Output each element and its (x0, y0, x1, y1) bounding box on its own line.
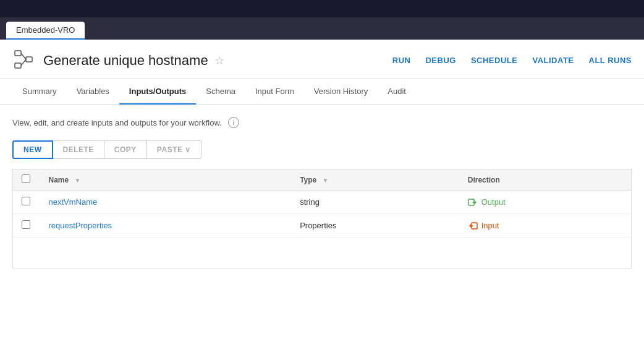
svg-rect-1 (15, 63, 21, 68)
app-tab[interactable]: Embedded-VRO (6, 22, 85, 40)
description-row: View, edit, and create inputs and output… (12, 117, 632, 128)
row2-checkbox-cell (13, 214, 40, 238)
description-text: View, edit, and create inputs and output… (12, 118, 222, 127)
new-button[interactable]: NEW (12, 140, 53, 159)
toolbar: NEW DELETE COPY PASTE ∨ (12, 140, 632, 159)
table-row: nextVmName string Output (13, 191, 632, 214)
type-column-header: Type ▼ (291, 170, 459, 191)
row1-direction-cell: Output (459, 191, 632, 214)
tab-schema[interactable]: Schema (196, 79, 245, 105)
svg-rect-2 (26, 57, 32, 62)
select-all-header (13, 170, 40, 191)
row2-direction-cell: Input (459, 214, 632, 238)
row2-checkbox[interactable] (22, 220, 30, 229)
page-title: Generate unique hostname (43, 53, 208, 69)
main-content: View, edit, and create inputs and output… (0, 105, 644, 281)
delete-button[interactable]: DELETE (53, 140, 104, 159)
tab-inputs-outputs[interactable]: Inputs/Outputs (119, 79, 196, 105)
row2-type-cell: Properties (291, 214, 459, 238)
row1-checkbox[interactable] (22, 197, 30, 205)
nav-tabs: Summary Variables Inputs/Outputs Schema … (0, 79, 644, 105)
tab-audit[interactable]: Audit (378, 79, 416, 105)
tab-variables[interactable]: Variables (67, 79, 119, 105)
tab-bar: Embedded-VRO (0, 17, 644, 40)
run-button[interactable]: RUN (392, 56, 411, 65)
row2-name-link[interactable]: requestProperties (49, 221, 112, 230)
validate-button[interactable]: VALIDATE (532, 56, 574, 65)
debug-button[interactable]: DEBUG (425, 56, 455, 65)
all-runs-button[interactable]: ALL RUNS (589, 56, 632, 65)
header-actions: RUN DEBUG SCHEDULE VALIDATE ALL RUNS (392, 56, 632, 65)
top-bar (0, 0, 644, 17)
row1-name-link[interactable]: nextVmName (49, 197, 98, 207)
row1-type-cell: string (291, 191, 459, 214)
svg-rect-0 (15, 51, 21, 56)
type-filter-icon[interactable]: ▼ (323, 177, 329, 184)
favorite-icon[interactable]: ☆ (214, 54, 224, 67)
svg-line-4 (21, 59, 26, 66)
paste-label: PASTE (157, 145, 183, 154)
name-column-header: Name ▼ (40, 170, 292, 191)
row2-name-cell: requestProperties (40, 214, 292, 238)
tab-input-form[interactable]: Input Form (245, 79, 304, 105)
row2-direction-badge: Input (468, 221, 622, 231)
row1-direction-badge: Output (468, 197, 622, 207)
header: Generate unique hostname ☆ RUN DEBUG SCH… (0, 40, 644, 79)
copy-button[interactable]: COPY (104, 140, 147, 159)
name-filter-icon[interactable]: ▼ (75, 177, 81, 184)
inputs-outputs-table: Name ▼ Type ▼ Direction nextVmName stri (12, 169, 632, 268)
paste-button[interactable]: PASTE ∨ (147, 140, 201, 159)
info-icon[interactable]: i (228, 117, 239, 128)
schedule-button[interactable]: SCHEDULE (471, 56, 518, 65)
row1-name-cell: nextVmName (40, 191, 292, 214)
paste-chevron-icon: ∨ (185, 145, 191, 154)
direction-column-header: Direction (459, 170, 632, 191)
tab-summary[interactable]: Summary (12, 79, 67, 105)
tab-version-history[interactable]: Version History (304, 79, 378, 105)
table-row: requestProperties Properties Input (13, 214, 632, 238)
empty-row (13, 238, 632, 268)
svg-line-3 (21, 53, 26, 59)
select-all-checkbox[interactable] (22, 174, 30, 183)
workflow-icon (12, 48, 35, 72)
row1-checkbox-cell (13, 191, 40, 214)
